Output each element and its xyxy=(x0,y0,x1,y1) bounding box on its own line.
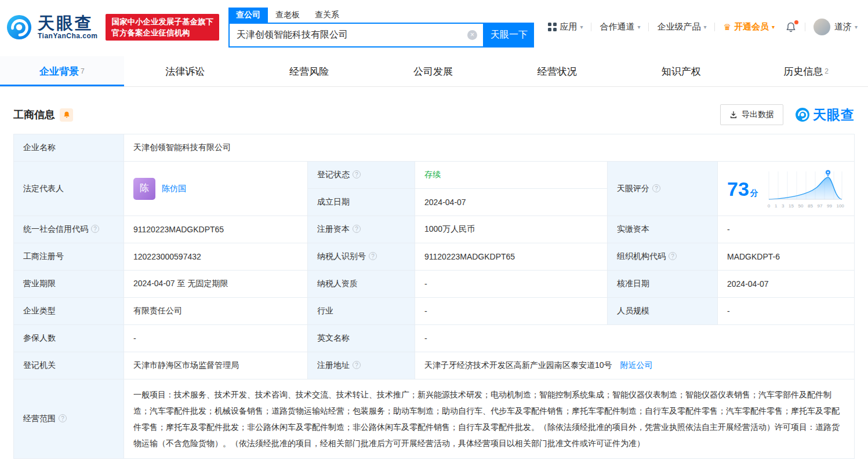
table-row: 参保人数 - 英文名称 - xyxy=(14,325,855,352)
field-label: 法定代表人 xyxy=(14,162,124,216)
tab-legal-proceedings[interactable]: 法律诉讼 xyxy=(124,56,248,86)
table-row: 经营范围? 一般项目：技术服务、技术开发、技术咨询、技术交流、技术转让、技术推广… xyxy=(14,379,855,459)
reg-number-value: 120223000597432 xyxy=(124,243,308,271)
section-title: 工商信息 xyxy=(13,108,55,122)
nav-divider xyxy=(714,23,715,31)
chevron-down-icon: ▾ xyxy=(703,24,706,30)
field-label: 成立日期 xyxy=(308,189,415,216)
field-label: 天眼评分? xyxy=(608,162,718,216)
nav-divider xyxy=(648,23,649,31)
table-row: 企业名称 天津创领智能科技有限公司 xyxy=(14,134,855,162)
nearby-companies-link[interactable]: 附近公司 xyxy=(620,360,652,370)
nav-divider xyxy=(805,23,805,31)
search-button[interactable]: 天眼一下 xyxy=(484,23,534,48)
search-tab-boss[interactable]: 查老板 xyxy=(268,8,307,23)
apps-grid-icon xyxy=(548,23,557,31)
legal-rep-avatar[interactable]: 陈 xyxy=(133,178,155,200)
help-icon[interactable]: ? xyxy=(353,225,361,233)
top-header: 天眼查 TianYanCha.com 国家中小企业发展子基金旗下 官方备案企业征… xyxy=(0,0,868,56)
address-value: 天津子牙经济技术开发区高新产业园南区泰安道10号 附近公司 xyxy=(415,352,855,379)
tab-business-status[interactable]: 经营状况 xyxy=(496,56,620,86)
main-content: 工商信息 导出数据 天眼查 xyxy=(0,104,868,459)
tab-label: 经营风险 xyxy=(289,65,329,78)
field-label: 注册地址? xyxy=(308,352,415,379)
table-row: 法定代表人 陈 陈仿国 登记状态? 存续 天眼评分? xyxy=(14,162,855,189)
legal-rep-link[interactable]: 陈仿国 xyxy=(162,184,186,194)
score-distribution-chart[interactable]: 01 315 5085 9799 100 xyxy=(768,169,844,209)
field-label: 纳税人识别号? xyxy=(308,243,415,271)
reg-authority-value: 天津市静海区市场监督管理局 xyxy=(124,352,308,379)
help-icon[interactable]: ? xyxy=(369,252,377,260)
notification-bell-icon[interactable] xyxy=(785,21,797,33)
approval-date-value: 2024-04-07 xyxy=(718,271,855,298)
field-label: 纳税人资质 xyxy=(308,271,415,298)
nav-open-vip[interactable]: ♛ 开通会员 ▾ xyxy=(723,21,774,32)
status-badge: 存续 xyxy=(424,170,441,179)
tab-label: 经营状况 xyxy=(537,65,577,78)
tab-company-background[interactable]: 企业背景7 xyxy=(0,56,124,86)
search-box: × xyxy=(228,23,484,48)
tab-label: 知识产权 xyxy=(662,65,701,78)
nav-divider xyxy=(591,23,591,31)
tab-intellectual-property[interactable]: 知识产权 xyxy=(620,56,744,86)
nav-apps[interactable]: 应用 ▾ xyxy=(548,21,583,32)
help-icon[interactable]: ? xyxy=(91,225,99,233)
help-icon[interactable]: ? xyxy=(59,414,67,422)
help-icon[interactable]: ? xyxy=(652,184,660,192)
watermark-text: 天眼查 xyxy=(813,106,855,124)
field-label: 统一社会信用代码? xyxy=(14,216,124,243)
score-value-cell: 73分 xyxy=(718,162,855,216)
field-label: 核准日期 xyxy=(608,271,718,298)
field-label: 工商注册号 xyxy=(14,243,124,271)
taxpayer-id-value: 91120223MADGKDPT65 xyxy=(415,243,608,271)
help-icon[interactable]: ? xyxy=(353,361,361,369)
help-icon[interactable]: ? xyxy=(353,170,361,178)
tab-company-development[interactable]: 公司发展 xyxy=(372,56,496,86)
table-row: 登记机关 天津市静海区市场监督管理局 注册地址? 天津子牙经济技术开发区高新产业… xyxy=(14,352,855,379)
tianyancha-watermark-icon xyxy=(795,107,810,122)
score-number[interactable]: 73分 xyxy=(727,179,758,199)
org-code-value: MADGKDPT-6 xyxy=(718,243,855,271)
help-icon[interactable]: ? xyxy=(669,252,677,260)
notification-dot xyxy=(794,20,798,24)
credit-code-value: 91120223MADGKDPT65 xyxy=(124,216,308,243)
search-tab-relation[interactable]: 查关系 xyxy=(307,8,347,23)
field-label: 注册资本? xyxy=(308,216,415,243)
tianyancha-logo[interactable]: 天眼查 TianYanCha.com xyxy=(6,14,97,41)
business-term-value: 2024-04-07 至 无固定期限 xyxy=(124,271,308,298)
clear-search-icon[interactable]: × xyxy=(467,30,477,40)
reg-status-value: 存续 xyxy=(415,162,608,189)
field-label: 参保人数 xyxy=(14,325,124,352)
table-row: 营业期限 2024-04-07 至 无固定期限 纳税人资质 - 核准日期 202… xyxy=(14,271,855,298)
industry-value: - xyxy=(415,298,608,325)
field-label: 英文名称 xyxy=(308,325,415,352)
company-name-value: 天津创领智能科技有限公司 xyxy=(124,134,855,162)
table-row: 企业类型 有限责任公司 行业 - 人员规模 - xyxy=(14,298,855,325)
user-avatar xyxy=(813,19,830,35)
user-account[interactable]: 道济 ▾ xyxy=(813,19,858,35)
business-scope-value: 一般项目：技术服务、技术开发、技术咨询、技术交流、技术转让、技术推广；新兴能源技… xyxy=(124,379,855,459)
export-data-button[interactable]: 导出数据 xyxy=(720,104,783,125)
chevron-down-icon: ▾ xyxy=(637,24,640,30)
tab-operational-risk[interactable]: 经营风险 xyxy=(248,56,372,86)
subscribe-bell-icon[interactable] xyxy=(60,108,73,122)
field-label: 登记机关 xyxy=(14,352,124,379)
download-icon xyxy=(729,111,738,119)
tab-count: 7 xyxy=(81,67,85,75)
table-row: 统一社会信用代码? 91120223MADGKDPT65 注册资本? 1000万… xyxy=(14,216,855,243)
chevron-down-icon: ▾ xyxy=(580,24,583,30)
company-type-value: 有限责任公司 xyxy=(124,298,308,325)
legal-rep-value: 陈 陈仿国 xyxy=(124,162,308,216)
tab-label: 企业背景 xyxy=(39,65,79,78)
tab-history-info[interactable]: 历史信息2 xyxy=(744,56,868,86)
search-input[interactable] xyxy=(237,30,467,40)
badge-line1: 国家中小企业发展子基金旗下 xyxy=(111,16,213,27)
field-label: 实缴资本 xyxy=(608,216,718,243)
taxpayer-quality-value: - xyxy=(415,271,608,298)
top-nav: 应用 ▾ 合作通道 ▾ 企业级产品 ▾ ♛ 开通会员 ▾ 道 xyxy=(548,19,858,35)
search-tab-company[interactable]: 查公司 xyxy=(228,8,268,23)
search-area: 查公司 查老板 查关系 × 天眼一下 xyxy=(228,7,534,48)
nav-enterprise-products[interactable]: 企业级产品 ▾ xyxy=(657,21,706,32)
nav-cooperation[interactable]: 合作通道 ▾ xyxy=(600,21,640,32)
certification-badge: 国家中小企业发展子基金旗下 官方备案企业征信机构 xyxy=(106,14,219,41)
